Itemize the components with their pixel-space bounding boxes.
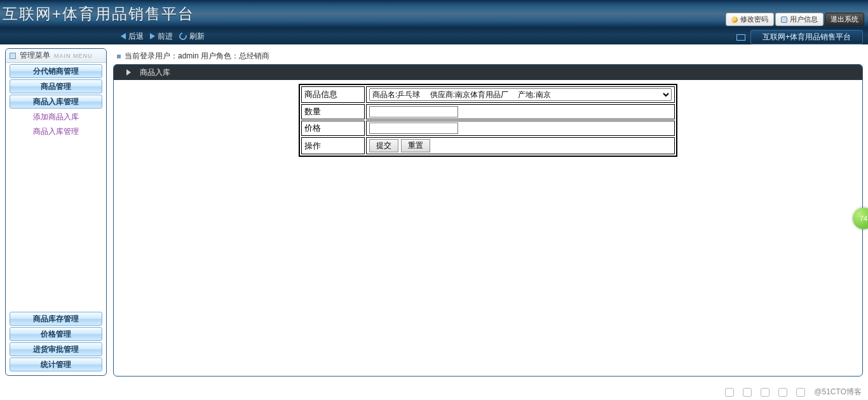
footer-icon-3[interactable] [761, 388, 770, 397]
sidebar-item-label: 商品管理 [41, 82, 71, 91]
action-cell: 提交 重置 [366, 137, 675, 154]
refresh-icon [178, 31, 188, 41]
footer-icon-2[interactable] [743, 388, 752, 397]
sidebar-subtitle: MAIN MENU [54, 53, 93, 59]
table-row: 商品信息 商品名:乒乓球 供应商:南京体育用品厂 产地:南京 [301, 86, 675, 103]
sublink-manage-stockin[interactable]: 商品入库管理 [6, 124, 106, 139]
sidebar-item-price[interactable]: 价格管理 [10, 327, 102, 341]
sidebar-item-distributor[interactable]: 分代销商管理 [10, 64, 102, 78]
nav-refresh-button[interactable]: 刷新 [179, 31, 205, 42]
dot-icon [117, 55, 121, 58]
reset-button[interactable]: 重置 [401, 139, 430, 152]
price-label: 价格 [301, 121, 365, 136]
stockin-form-table: 商品信息 商品名:乒乓球 供应商:南京体育用品厂 产地:南京 数量 价格 [299, 84, 677, 157]
table-row: 操作 提交 重置 [301, 137, 675, 154]
qty-input[interactable] [369, 106, 458, 117]
sidebar: 管理菜单 MAIN MENU 分代销商管理 商品管理 商品入库管理 添加商品入库… [5, 48, 107, 376]
user-info-label: 用户信息 [790, 15, 818, 24]
sidebar-item-label: 商品库存管理 [33, 314, 79, 323]
nav-back-button[interactable]: 后退 [121, 31, 144, 42]
footer-icon-1[interactable] [725, 388, 734, 397]
nav-right: 互联网+体育用品销售平台 [736, 30, 863, 44]
footer: @51CTO博客 [725, 387, 862, 397]
arrow-right-icon [150, 33, 155, 39]
nav-refresh-label: 刷新 [189, 31, 205, 42]
product-label: 商品信息 [301, 86, 365, 103]
sidebar-item-label: 分代销商管理 [33, 67, 79, 76]
footer-icon-5[interactable] [796, 388, 805, 397]
user-info-button[interactable]: 用户信息 [775, 13, 824, 26]
app-title: 互联网+体育用品销售平台 [3, 4, 194, 24]
login-status-text: 当前登录用户：admin 用户角色：总经销商 [125, 51, 269, 62]
sidebar-title: 管理菜单 [20, 50, 50, 61]
content-header: 商品入库 [114, 65, 862, 80]
sidebar-item-product[interactable]: 商品管理 [10, 79, 102, 93]
arrow-left-icon [121, 33, 126, 39]
app-header: 互联网+体育用品销售平台 修改密码 用户信息 退出系统 [0, 0, 868, 28]
watermark-text: @51CTO博客 [814, 387, 862, 397]
nav-app-link[interactable]: 互联网+体育用品销售平台 [750, 30, 863, 44]
change-password-button[interactable]: 修改密码 [726, 13, 774, 26]
content-title: 商品入库 [140, 67, 170, 78]
sidebar-item-stats[interactable]: 统计管理 [10, 357, 102, 371]
header-actions: 修改密码 用户信息 退出系统 [726, 13, 864, 26]
table-row: 数量 [301, 104, 675, 119]
sidebar-item-stockin[interactable]: 商品入库管理 [10, 95, 102, 109]
price-cell [366, 121, 675, 136]
logout-label: 退出系统 [831, 15, 858, 24]
menu-icon [10, 53, 16, 59]
workspace: 管理菜单 MAIN MENU 分代销商管理 商品管理 商品入库管理 添加商品入库… [0, 44, 868, 381]
change-password-label: 修改密码 [740, 15, 768, 24]
table-row: 价格 [301, 121, 675, 136]
nav-forward-button[interactable]: 前进 [150, 31, 173, 42]
sidebar-item-inventory[interactable]: 商品库存管理 [10, 312, 102, 326]
main-area: 当前登录用户：admin 用户角色：总经销商 商品入库 商品信息 商品名:乒乓球… [113, 48, 863, 376]
badge-count: 74 [860, 215, 867, 222]
qty-label: 数量 [301, 104, 365, 119]
sidebar-bottom: 商品库存管理 价格管理 进货审批管理 统计管理 [6, 310, 106, 373]
sidebar-item-label: 统计管理 [41, 360, 71, 369]
price-input[interactable] [369, 123, 458, 134]
nav-bar: 后退 前进 刷新 互联网+体育用品销售平台 [0, 28, 868, 44]
sidebar-item-approval[interactable]: 进货审批管理 [10, 342, 102, 356]
sidebar-item-label: 商品入库管理 [33, 97, 79, 106]
action-label: 操作 [301, 137, 365, 154]
product-cell: 商品名:乒乓球 供应商:南京体育用品厂 产地:南京 [366, 86, 675, 103]
nav-back-label: 后退 [128, 31, 144, 42]
product-select[interactable]: 商品名:乒乓球 供应商:南京体育用品厂 产地:南京 [369, 88, 672, 101]
sidebar-header: 管理菜单 MAIN MENU [6, 49, 106, 63]
sublink-add-stockin[interactable]: 添加商品入库 [6, 110, 106, 124]
status-line: 当前登录用户：admin 用户角色：总经销商 [113, 48, 863, 64]
qty-cell [366, 104, 675, 119]
logout-button[interactable]: 退出系统 [825, 13, 864, 26]
footer-icon-4[interactable] [778, 388, 787, 397]
play-icon [126, 69, 131, 76]
submit-button[interactable]: 提交 [369, 139, 398, 152]
content-panel: 商品入库 商品信息 商品名:乒乓球 供应商:南京体育用品厂 产地:南京 数量 [113, 64, 863, 377]
nav-forward-label: 前进 [158, 31, 173, 42]
content-body: 商品信息 商品名:乒乓球 供应商:南京体育用品厂 产地:南京 数量 价格 [114, 80, 862, 157]
nav-app-link-label: 互联网+体育用品销售平台 [763, 32, 851, 41]
sidebar-item-label: 进货审批管理 [33, 345, 79, 354]
monitor-icon [736, 34, 745, 41]
user-icon [781, 17, 787, 23]
key-icon [731, 17, 738, 23]
sidebar-item-label: 价格管理 [41, 330, 71, 338]
